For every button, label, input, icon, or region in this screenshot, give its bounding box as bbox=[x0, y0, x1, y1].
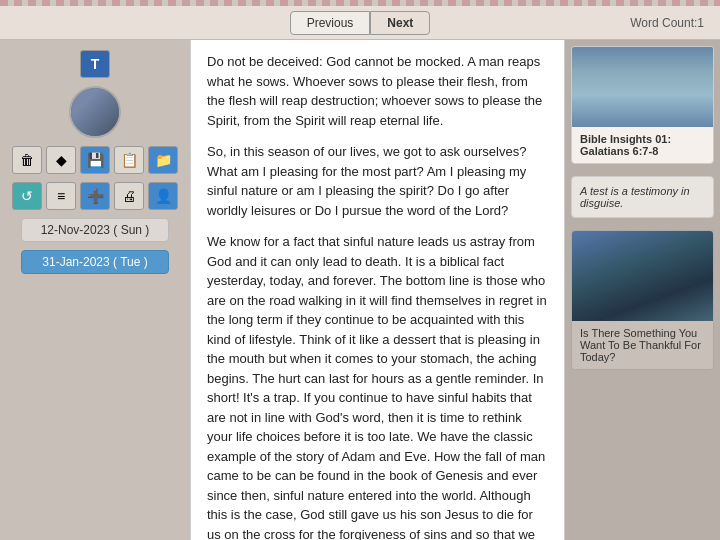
card-image-1 bbox=[572, 47, 713, 127]
waterfall-background bbox=[572, 47, 713, 127]
folder-button[interactable]: 📁 bbox=[148, 146, 178, 174]
toolbar-row-1: 🗑 ◆ 💾 📋 📁 bbox=[12, 146, 178, 174]
card-image-3 bbox=[572, 231, 713, 321]
previous-button[interactable]: Previous bbox=[290, 11, 371, 35]
user-button[interactable]: 👤 bbox=[148, 182, 178, 210]
date-badge-2[interactable]: 31-Jan-2023 ( Tue ) bbox=[21, 250, 169, 274]
list-button[interactable]: ≡ bbox=[46, 182, 76, 210]
testimony-text: A test is a testimony in disguise. bbox=[580, 185, 690, 209]
paragraph-2: So, in this season of our lives, we got … bbox=[207, 142, 548, 220]
save-button[interactable]: 💾 bbox=[80, 146, 110, 174]
main-content: T 🗑 ◆ 💾 📋 📁 ↺ ≡ ➕ 🖨 👤 12-Nov-2023 ( Sun … bbox=[0, 40, 720, 540]
word-count-label: Word Count:1 bbox=[630, 16, 704, 30]
card-title-3: Is There Something You Want To Be Thankf… bbox=[572, 321, 713, 369]
avatar-image bbox=[71, 88, 119, 136]
right-sidebar: Bible Insights 01: Galatians 6:7-8 A tes… bbox=[565, 40, 720, 540]
main-text-area[interactable]: Do not be deceived: God cannot be mocked… bbox=[190, 40, 565, 540]
paragraph-3: We know for a fact that sinful nature le… bbox=[207, 232, 548, 540]
left-sidebar: T 🗑 ◆ 💾 📋 📁 ↺ ≡ ➕ 🖨 👤 12-Nov-2023 ( Sun … bbox=[0, 40, 190, 540]
next-button[interactable]: Next bbox=[370, 11, 430, 35]
nav-button-group: Previous Next bbox=[290, 11, 431, 35]
add-button[interactable]: ➕ bbox=[80, 182, 110, 210]
diamond-button[interactable]: ◆ bbox=[46, 146, 76, 174]
card-title-1: Bible Insights 01: Galatians 6:7-8 bbox=[572, 127, 713, 163]
refresh-button[interactable]: ↺ bbox=[12, 182, 42, 210]
top-navigation: Previous Next Word Count:1 bbox=[0, 6, 720, 40]
right-card-thankful[interactable]: Is There Something You Want To Be Thankf… bbox=[571, 230, 714, 370]
app-logo-button[interactable]: T bbox=[80, 50, 110, 78]
clipboard-button[interactable]: 📋 bbox=[114, 146, 144, 174]
right-card-bible-insights[interactable]: Bible Insights 01: Galatians 6:7-8 bbox=[571, 46, 714, 164]
paragraph-1: Do not be deceived: God cannot be mocked… bbox=[207, 52, 548, 130]
toolbar-row-2: ↺ ≡ ➕ 🖨 👤 bbox=[12, 182, 178, 210]
delete-button[interactable]: 🗑 bbox=[12, 146, 42, 174]
print-button[interactable]: 🖨 bbox=[114, 182, 144, 210]
right-card-testimony[interactable]: A test is a testimony in disguise. bbox=[571, 176, 714, 218]
avatar bbox=[69, 86, 121, 138]
date-badge-1[interactable]: 12-Nov-2023 ( Sun ) bbox=[21, 218, 169, 242]
